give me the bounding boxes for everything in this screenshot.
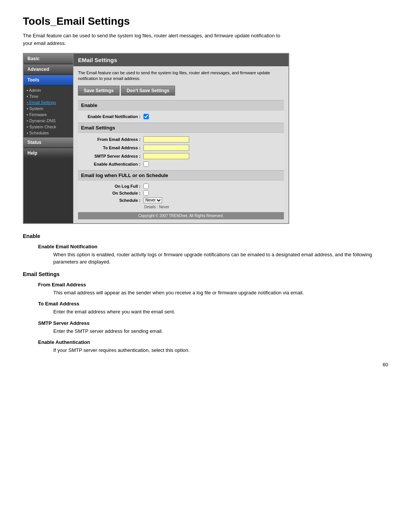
enable-auth-label: Enable Authentication : xyxy=(83,162,143,166)
main-content: EMail Settings The Email feature can be … xyxy=(73,54,288,223)
smtp-server-row: SMTP Server Address : xyxy=(83,152,279,160)
sidebar-menu-system[interactable]: System xyxy=(27,105,70,112)
enable-section-header: Enable xyxy=(78,100,284,110)
sidebar: Basic Advanced Tools Admin Time Email Se… xyxy=(24,54,73,223)
sidebar-tools-btn[interactable]: Tools xyxy=(24,75,73,85)
to-email-input[interactable] xyxy=(143,145,189,151)
doc-from-email-text: This email address will appear as the se… xyxy=(53,289,388,297)
enable-notification-checkbox[interactable] xyxy=(143,114,149,119)
schedule-row: Schedule : Never xyxy=(83,197,279,204)
on-schedule-label: On Schedule : xyxy=(83,191,143,195)
page-number: 60 xyxy=(23,362,388,367)
on-schedule-row: On Schedule : xyxy=(83,190,279,197)
from-email-label: From Email Address : xyxy=(83,137,143,142)
schedule-select[interactable]: Never xyxy=(143,197,162,203)
main-description: The Email feature can be used to send th… xyxy=(78,70,284,82)
on-log-full-row: On Log Full : xyxy=(83,183,279,190)
doc-enable-heading: Enable xyxy=(23,233,388,239)
doc-smtp-text: Enter the SMTP server address for sendin… xyxy=(53,328,388,335)
enable-notification-row: Enable Email Notification : xyxy=(83,113,279,120)
sidebar-basic-btn[interactable]: Basic xyxy=(24,54,73,64)
email-settings-section-body: From Email Address : To Email Address : … xyxy=(78,133,284,170)
doc-smtp-heading: SMTP Server Address xyxy=(38,320,388,326)
tools-submenu: Admin Time Email Settings System Firmwar… xyxy=(24,86,73,137)
details-value: Details : Never xyxy=(144,205,169,209)
schedule-section-body: On Log Full : On Schedule : Schedule : N… xyxy=(78,180,284,212)
sidebar-menu-email-settings[interactable]: Email Settings xyxy=(27,99,70,105)
sidebar-menu-firmware[interactable]: Firmware xyxy=(27,112,70,118)
enable-notification-label: Enable Email Notification : xyxy=(83,114,143,119)
enable-auth-row: Enable Authentication : xyxy=(83,160,279,168)
doc-auth-heading: Enable Authentication xyxy=(38,339,388,345)
from-email-input[interactable] xyxy=(143,136,189,142)
on-log-full-label: On Log Full : xyxy=(83,184,143,189)
from-email-row: From Email Address : xyxy=(83,135,279,144)
page-title: Tools_Email Settings xyxy=(23,15,388,27)
doc-to-email-text: Enter the email address where you want t… xyxy=(53,308,388,316)
to-email-label: To Email Address : xyxy=(83,145,143,150)
sidebar-menu-schedules[interactable]: Schedules xyxy=(27,130,70,136)
doc-email-settings-heading: Email Settings xyxy=(23,271,388,277)
sidebar-menu-time[interactable]: Time xyxy=(27,93,70,99)
doc-enable-email-notification-text: When this option is enabled, router acti… xyxy=(53,251,388,266)
details-row: Details : Never xyxy=(83,204,279,210)
sidebar-advanced-btn[interactable]: Advanced xyxy=(24,64,73,74)
smtp-server-label: SMTP Server Address : xyxy=(83,154,143,158)
to-email-row: To Email Address : xyxy=(83,144,279,152)
router-footer: Copyright © 2007 TRENDnet. All Rights Re… xyxy=(78,212,284,219)
enable-section-body: Enable Email Notification : xyxy=(78,110,284,123)
sidebar-menu-dynamic-dns[interactable]: Dynamic DNS xyxy=(27,118,70,124)
doc-to-email-heading: To Email Address xyxy=(38,301,388,307)
documentation-section: Enable Enable Email Notification When th… xyxy=(23,233,388,354)
smtp-server-input[interactable] xyxy=(143,153,189,159)
action-buttons: Save Settings Don't Save Settings xyxy=(78,86,284,96)
schedule-label-text: Schedule : xyxy=(83,198,143,203)
doc-from-email-heading: From Email Address xyxy=(38,282,388,288)
router-frame: Basic Advanced Tools Admin Time Email Se… xyxy=(23,53,289,224)
sidebar-menu-system-check[interactable]: System Check xyxy=(27,124,70,130)
sidebar-status-btn[interactable]: Status xyxy=(24,137,73,147)
schedule-section-header: Email log when FULL or on Schedule xyxy=(78,170,284,180)
dont-save-settings-btn[interactable]: Don't Save Settings xyxy=(121,86,175,96)
doc-enable-email-notification-heading: Enable Email Notification xyxy=(38,244,388,249)
on-log-full-checkbox[interactable] xyxy=(143,184,149,189)
enable-auth-checkbox[interactable] xyxy=(143,161,149,167)
sidebar-menu-admin[interactable]: Admin xyxy=(27,87,70,93)
intro-text: The Email feature can be used to send th… xyxy=(23,32,289,47)
email-settings-section-header: Email Settings xyxy=(78,123,284,133)
save-settings-btn[interactable]: Save Settings xyxy=(78,86,119,96)
doc-auth-text: If your SMTP server requires authenticat… xyxy=(53,347,388,354)
on-schedule-checkbox[interactable] xyxy=(143,190,149,196)
main-header: EMail Settings xyxy=(73,54,288,66)
sidebar-help-btn[interactable]: Help xyxy=(24,148,73,158)
